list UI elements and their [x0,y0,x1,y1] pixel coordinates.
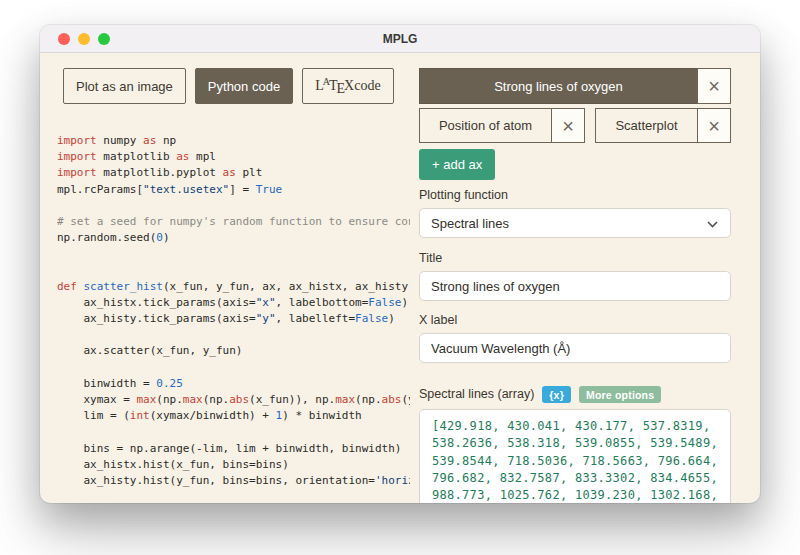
window-controls [58,33,110,45]
latex-code-button[interactable]: LATEX code [302,68,393,104]
close-icon[interactable]: × [697,68,731,104]
app-window: MPLG Plot as an image Python code LATEX … [40,25,760,503]
window-body: Plot as an image Python code LATEX code … [40,53,760,503]
window-titlebar[interactable]: MPLG [40,25,760,53]
title-field-label: Title [419,251,731,266]
close-icon[interactable]: × [551,108,585,143]
plotting-function-select[interactable]: Spectral lines [419,208,731,238]
chevron-down-icon [707,221,718,228]
tab-position-of-atom-label[interactable]: Position of atom [419,108,552,143]
axes-config-panel: Strong lines of oxygen × Position of ato… [419,68,731,503]
spectral-lines-array-input[interactable]: [429.918, 430.041, 430.177, 537.8319, 53… [419,409,731,503]
window-title: MPLG [40,32,760,46]
tab-strong-lines-of-oxygen-label[interactable]: Strong lines of oxygen [419,68,698,104]
spectral-lines-array-label: Spectral lines (array) [419,387,534,402]
latex-logo: LATEX [315,76,354,97]
output-mode-toolbar: Plot as an image Python code LATEX code [63,68,394,104]
plot-as-image-button[interactable]: Plot as an image [63,68,186,104]
zoom-window-button[interactable] [98,33,110,45]
close-window-button[interactable] [58,33,70,45]
tab-scatterplot-label[interactable]: Scatterplot [595,108,698,143]
x-label-input[interactable] [419,333,731,363]
code-editor[interactable]: import numpy as npimport matplotlib as m… [57,133,410,501]
array-value: [429.918, 430.041, 430.177, 537.8319, 53… [432,418,718,503]
plotting-function-label: Plotting function [419,188,731,203]
minimize-window-button[interactable] [78,33,90,45]
screenshot-stage: MPLG Plot as an image Python code LATEX … [0,0,800,555]
title-input[interactable] [419,271,731,301]
more-options-badge[interactable]: More options [579,386,661,403]
function-badge[interactable]: {x} [542,386,571,403]
tab-position-of-atom: Position of atom × [419,108,585,143]
x-label-field-label: X label [419,313,731,328]
plotting-function-value: Spectral lines [431,216,509,231]
add-ax-button[interactable]: + add ax [419,149,495,180]
close-icon[interactable]: × [697,108,731,143]
tab-strong-lines-of-oxygen: Strong lines of oxygen × [419,68,731,104]
python-code-button[interactable]: Python code [195,68,293,104]
tab-scatterplot: Scatterplot × [595,108,731,143]
